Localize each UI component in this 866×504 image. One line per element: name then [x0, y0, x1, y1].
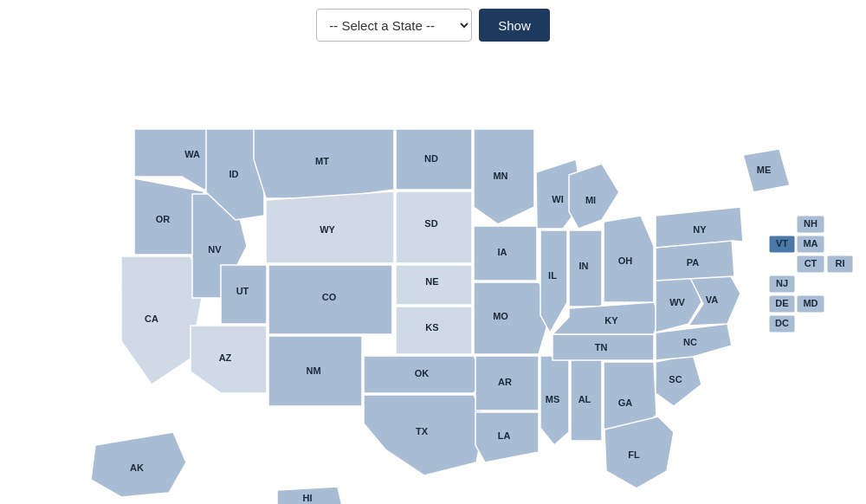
- state-fl[interactable]: [604, 417, 674, 488]
- state-ma[interactable]: [797, 236, 824, 253]
- state-il[interactable]: [540, 230, 567, 333]
- state-ia[interactable]: [474, 226, 537, 281]
- state-tn[interactable]: [553, 334, 654, 360]
- state-select[interactable]: -- Select a State -- Alabama Alaska Ariz…: [316, 9, 472, 42]
- state-mi[interactable]: [569, 164, 619, 229]
- state-sd[interactable]: [396, 191, 472, 263]
- state-nh[interactable]: [797, 216, 824, 233]
- state-nd[interactable]: [396, 129, 472, 190]
- state-ok[interactable]: [364, 356, 487, 393]
- state-ms[interactable]: [540, 356, 569, 445]
- state-in[interactable]: [569, 230, 602, 307]
- state-ct[interactable]: [797, 255, 824, 273]
- state-ar[interactable]: [475, 356, 539, 410]
- state-ks[interactable]: [396, 307, 472, 354]
- state-ut[interactable]: [221, 265, 267, 324]
- map-container: WA OR CA NV ID MT WY UT AZ CO NM ND: [0, 47, 866, 504]
- state-nm[interactable]: [268, 336, 362, 406]
- state-ne[interactable]: [396, 265, 472, 305]
- state-md[interactable]: [797, 295, 824, 313]
- state-co[interactable]: [268, 265, 392, 334]
- state-mt[interactable]: [254, 129, 394, 198]
- state-oh[interactable]: [604, 216, 654, 302]
- state-ri[interactable]: [827, 255, 853, 273]
- state-az[interactable]: [191, 326, 267, 393]
- state-ak[interactable]: [91, 432, 186, 497]
- state-vt[interactable]: [769, 236, 795, 253]
- state-sc[interactable]: [656, 354, 701, 406]
- state-al[interactable]: [571, 356, 602, 441]
- top-controls: -- Select a State -- Alabama Alaska Ariz…: [0, 0, 866, 47]
- state-nj[interactable]: [769, 275, 795, 293]
- state-hi[interactable]: [277, 487, 342, 504]
- state-de[interactable]: [769, 295, 795, 313]
- state-wy[interactable]: [266, 191, 394, 263]
- state-me[interactable]: [743, 149, 790, 192]
- state-tx[interactable]: [364, 395, 485, 475]
- state-mn[interactable]: [474, 129, 534, 224]
- show-button[interactable]: Show: [479, 9, 550, 42]
- state-la[interactable]: [475, 412, 539, 462]
- state-dc[interactable]: [769, 315, 795, 333]
- state-ny[interactable]: [656, 207, 743, 248]
